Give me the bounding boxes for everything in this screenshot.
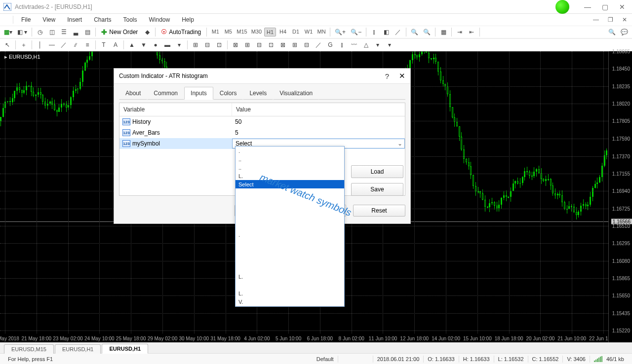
menu-file[interactable]: File: [16, 15, 36, 25]
arrow-up-button[interactable]: ▲: [126, 39, 137, 50]
arrow-down-button[interactable]: ▼: [138, 39, 149, 50]
e13-button[interactable]: ▾: [372, 39, 383, 50]
profiles-button[interactable]: ◧ ▾: [15, 27, 29, 37]
new-order-button[interactable]: ✚ New Order: [98, 28, 141, 36]
tile-windows-button[interactable]: ▦: [438, 27, 449, 37]
search-button[interactable]: 🔍: [606, 27, 618, 37]
label-button[interactable]: A: [110, 39, 121, 50]
zoom-in2-button[interactable]: 🔍: [409, 27, 420, 37]
timeframe-h4[interactable]: H4: [277, 28, 289, 36]
mdi-close-icon[interactable]: ✕: [622, 16, 627, 23]
save-button[interactable]: Save: [351, 183, 403, 196]
e1-button[interactable]: ⊠: [230, 39, 241, 50]
load-button[interactable]: Load: [351, 165, 403, 178]
dropdown-option[interactable]: [236, 247, 344, 255]
timeframe-m30[interactable]: M30: [250, 28, 263, 36]
auto-scroll-button[interactable]: ⇤: [466, 27, 477, 37]
e8-button[interactable]: ／: [313, 39, 324, 50]
timeframe-m5[interactable]: M5: [222, 28, 234, 36]
symbol-dropdown[interactable]: .....L.Select.L.L.V.: [235, 146, 345, 307]
market-watch-button[interactable]: ◷: [35, 27, 45, 37]
menu-view[interactable]: View: [38, 15, 60, 25]
timeframe-m15[interactable]: M15: [235, 28, 248, 36]
tab-levels[interactable]: Levels: [243, 87, 273, 100]
tab-visualization[interactable]: Visualization: [273, 87, 319, 100]
e9-button[interactable]: G: [325, 39, 336, 50]
dropdown-option[interactable]: L.: [236, 272, 344, 281]
chart-type-candle-button[interactable]: ◧: [381, 27, 392, 37]
mdi-minimize-icon[interactable]: —: [593, 16, 599, 23]
param-row-averbars[interactable]: 123Aver_Bars 5: [119, 127, 405, 138]
menu-charts[interactable]: Charts: [89, 15, 116, 25]
menu-tools[interactable]: Tools: [118, 15, 142, 25]
dropdown-option[interactable]: L.: [236, 289, 344, 297]
minimize-button[interactable]: —: [584, 3, 591, 11]
e3-button[interactable]: ⊟: [254, 39, 265, 50]
ellipse-button[interactable]: ●: [150, 39, 161, 50]
autotrading-button[interactable]: ⦿ AutoTrading: [158, 29, 204, 36]
e2-button[interactable]: ⊞: [242, 39, 253, 50]
indicators-button[interactable]: ⊟: [202, 39, 213, 50]
chart-type-line-button[interactable]: ／: [393, 27, 403, 37]
chart-type-bar-button[interactable]: ⫿: [369, 27, 380, 37]
reset-button[interactable]: Reset: [353, 205, 405, 217]
dropdown-option[interactable]: [236, 188, 344, 197]
timeframe-mn[interactable]: MN: [316, 28, 327, 36]
param-row-history[interactable]: 123History 50: [119, 116, 405, 127]
tab-inputs[interactable]: Inputs: [184, 87, 213, 100]
dropdown-option[interactable]: L.: [236, 172, 344, 180]
channel-button[interactable]: ⫽: [70, 39, 81, 50]
menu-insert[interactable]: Insert: [62, 15, 87, 25]
tab-common[interactable]: Common: [147, 87, 184, 100]
dropdown-option[interactable]: [236, 222, 344, 230]
chart-tab-2[interactable]: EURUSD,H1: [102, 344, 148, 354]
objects-menu-button[interactable]: ▾: [174, 39, 185, 50]
zoom-out-button[interactable]: 🔍−: [349, 27, 363, 37]
strategy-tester-button[interactable]: ▤: [82, 27, 93, 37]
dropdown-option[interactable]: [236, 197, 344, 205]
shift-end-button[interactable]: ⇥: [454, 27, 465, 37]
e14-button[interactable]: ▾: [384, 39, 395, 50]
dialog-close-button[interactable]: ✕: [399, 72, 405, 80]
e4-button[interactable]: ⊡: [266, 39, 276, 50]
dropdown-option[interactable]: .: [236, 230, 344, 239]
cursor-button[interactable]: ↖: [2, 39, 13, 50]
text-button[interactable]: T: [98, 39, 109, 50]
e11-button[interactable]: 〰: [349, 39, 359, 50]
dialog-help-button[interactable]: ?: [385, 72, 389, 80]
dropdown-option[interactable]: Select: [236, 180, 344, 188]
menu-help[interactable]: Help: [177, 15, 199, 25]
dialog-titlebar[interactable]: Custom Indicator - ATR histogram ? ✕: [114, 69, 410, 83]
e5-button[interactable]: ⊠: [277, 39, 288, 50]
zoom-out2-button[interactable]: 🔍: [421, 27, 433, 37]
timeframe-m1[interactable]: M1: [209, 28, 221, 36]
timeframe-h1[interactable]: H1: [264, 28, 276, 36]
dropdown-option[interactable]: V.: [236, 297, 344, 306]
dropdown-option[interactable]: [236, 205, 344, 214]
tab-about[interactable]: About: [119, 87, 147, 100]
timeframe-d1[interactable]: D1: [290, 28, 302, 36]
new-chart-button[interactable]: ▦ ▾: [2, 27, 14, 37]
close-button[interactable]: ✕: [619, 3, 625, 11]
periods-button[interactable]: ⊞: [190, 39, 201, 50]
chat-button[interactable]: 💬: [619, 27, 630, 37]
chart-tab-0[interactable]: EURUSD,M15: [4, 344, 54, 354]
mdi-restore-icon[interactable]: ❐: [608, 16, 613, 23]
terminal-button[interactable]: ▃: [70, 27, 81, 37]
trendline-button[interactable]: ／: [58, 39, 69, 50]
dropdown-option[interactable]: [236, 264, 344, 272]
dropdown-option[interactable]: [236, 281, 344, 289]
e10-button[interactable]: ⫿: [337, 39, 348, 50]
dropdown-option[interactable]: ..: [236, 163, 344, 172]
crosshair-button[interactable]: ＋: [18, 39, 29, 50]
chart-tab-1[interactable]: EURUSD,H1: [55, 344, 101, 354]
metaquotes-button[interactable]: ◆: [142, 27, 153, 37]
menu-window[interactable]: Window: [144, 15, 175, 25]
navigator-button[interactable]: ☰: [58, 27, 69, 37]
e6-button[interactable]: ⊞: [289, 39, 300, 50]
e7-button[interactable]: ⊟: [301, 39, 312, 50]
vline-button[interactable]: │: [35, 39, 45, 50]
timeframe-w1[interactable]: W1: [303, 28, 315, 36]
dropdown-option[interactable]: [236, 255, 344, 264]
rect-button[interactable]: ▬: [162, 39, 173, 50]
